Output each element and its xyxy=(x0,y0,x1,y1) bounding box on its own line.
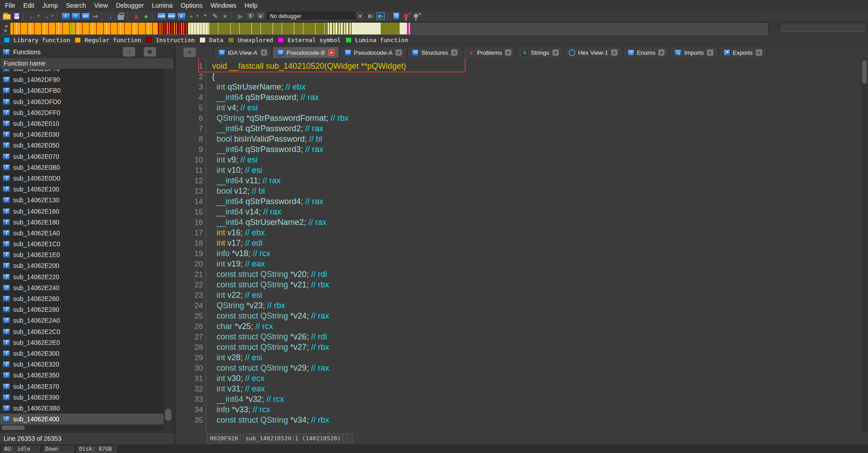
jump-segment-icon[interactable]: 101 xyxy=(81,13,90,20)
breadcrumb-address[interactable]: 0020F920 xyxy=(207,434,241,443)
jump-name-icon[interactable]: T xyxy=(71,13,80,20)
code-line[interactable]: 31 int v30; // ecx xyxy=(175,373,859,384)
tab-enums[interactable]: Enums× xyxy=(623,47,669,58)
code-line[interactable]: 7 __int64 qStrPassword2; // rax xyxy=(175,124,859,134)
add-item-icon[interactable]: + xyxy=(187,12,196,21)
function-list-item[interactable]: fsub_14062E130 xyxy=(0,195,164,205)
code-line[interactable]: 1void __fastcall sub_140210520(QWidget *… xyxy=(175,61,859,72)
debugger-select-value[interactable]: No debugger xyxy=(267,12,355,20)
tab-close-icon[interactable]: × xyxy=(328,49,335,56)
code-scrollbar-thumb[interactable] xyxy=(862,60,867,84)
jump-function-icon[interactable]: ⇒ xyxy=(91,12,100,21)
navigation-band[interactable]: ◀ ▶ xyxy=(1,22,769,35)
pseudocode-view[interactable]: 1void __fastcall sub_140210520(QWidget *… xyxy=(175,58,868,444)
tab-strings[interactable]: SStrings× xyxy=(517,47,563,58)
function-list-item[interactable]: fsub_14062E2C0 xyxy=(0,326,164,337)
vertical-scrollbar-thumb[interactable] xyxy=(165,409,171,421)
menu-item-help[interactable]: Help xyxy=(241,1,262,10)
code-vertical-scrollbar[interactable] xyxy=(861,59,868,433)
function-list-item[interactable]: fsub_14062E390 xyxy=(0,392,164,403)
make-string-icon[interactable]: A xyxy=(177,13,186,20)
add-bookmark-icon[interactable]: + xyxy=(401,12,410,21)
function-list-item[interactable]: fsub_14062E0D0 xyxy=(0,173,164,184)
menu-item-debugger[interactable]: Debugger xyxy=(112,1,148,10)
tab-structures[interactable]: Structures× xyxy=(407,47,462,58)
function-name-column-header[interactable]: Function name xyxy=(0,57,174,69)
code-line[interactable]: 30 const struct QString *v29; // rax xyxy=(175,363,859,373)
navband-segment-5[interactable] xyxy=(209,23,326,34)
code-line[interactable]: 24 QString *v23; // rbx xyxy=(175,300,859,311)
code-line[interactable]: 28 const struct QString *v27; // rbx xyxy=(175,342,859,353)
tab-close-icon[interactable]: × xyxy=(756,49,762,56)
function-list-item[interactable]: fsub_14062E2E0 xyxy=(0,337,164,348)
notes-icon[interactable] xyxy=(392,12,401,21)
create-function-icon[interactable]: * xyxy=(201,12,210,21)
menu-item-lumina[interactable]: Lumina xyxy=(148,1,177,10)
code-line[interactable]: 16 __int64 qStrUserName2; // rax xyxy=(175,217,859,228)
save-icon[interactable] xyxy=(12,12,21,21)
code-line[interactable]: 19 info *v18; // rcx xyxy=(175,248,859,259)
debug-stop-icon[interactable]: ■ xyxy=(256,12,265,21)
jump-name-icon[interactable]: T xyxy=(71,12,80,21)
jump-address-icon[interactable]: # xyxy=(61,13,70,20)
function-list-item[interactable]: fsub_14062E200 xyxy=(0,260,164,271)
navband-right-arrow-icon[interactable]: ▶ xyxy=(5,29,7,33)
jump-address-icon[interactable]: # xyxy=(61,12,70,21)
function-list-item[interactable]: fsub_14062DF90 xyxy=(0,74,164,85)
code-line[interactable]: 34 info *v33; // rcx xyxy=(175,405,859,415)
autoanalysis-status-icon[interactable]: ● xyxy=(142,12,151,21)
tab-close-icon[interactable]: × xyxy=(505,49,511,56)
code-line[interactable]: 5 int v4; // esi xyxy=(175,103,859,113)
function-list-item[interactable]: fsub_14062E300 xyxy=(0,348,164,359)
open-file-icon[interactable] xyxy=(2,12,11,21)
code-line[interactable]: 17 int v16; // ebx xyxy=(175,228,859,238)
tab-close-icon[interactable]: × xyxy=(611,49,618,56)
breadcrumb-location[interactable]: sub_140210520:1 (140210520) xyxy=(243,434,344,443)
tab-close-icon[interactable]: × xyxy=(261,49,267,56)
function-list-item[interactable]: fsub_14062E050 xyxy=(0,140,164,151)
function-list-item[interactable]: fsub_14062E400 xyxy=(0,414,164,424)
code-line[interactable]: 35 const struct QString *v34; // rbx xyxy=(175,415,859,425)
tab-exports[interactable]: ↗Exports× xyxy=(719,47,767,58)
undefine-icon[interactable]: × xyxy=(221,12,230,21)
navband-left-arrow-icon[interactable]: ◀ xyxy=(5,24,7,29)
code-line[interactable]: 18 int v17; // edi xyxy=(175,238,859,248)
code-line[interactable]: 29 int v28; // esi xyxy=(175,353,859,363)
tab-pseudocode-b[interactable]: Pseudocode-B× xyxy=(273,47,339,58)
function-list-item[interactable]: fsub_14062E2A0 xyxy=(0,315,164,326)
function-list-item[interactable]: fsub_14062E240 xyxy=(0,282,164,293)
delete-bookmark-icon[interactable]: × xyxy=(411,12,420,21)
navband-segment-2[interactable] xyxy=(72,23,158,34)
panel-maximize-button[interactable]: □ xyxy=(123,47,135,57)
navband-segment-7[interactable] xyxy=(353,23,381,34)
function-list-item[interactable]: fsub_14062E1E0 xyxy=(0,249,164,260)
horizontal-scrollbar-thumb[interactable] xyxy=(1,425,25,430)
lock-icon[interactable] xyxy=(116,12,125,21)
menu-item-jump[interactable]: Jump xyxy=(38,1,62,10)
code-line[interactable]: 20 int v19; // eax xyxy=(175,259,859,269)
problems-warning-icon[interactable]: ▲ xyxy=(132,12,141,21)
function-list-item[interactable]: fsub_14062DFD0 xyxy=(0,96,164,107)
navband-segment-3[interactable] xyxy=(158,23,188,34)
code-line[interactable]: 3 int qStrUserName; // ebx xyxy=(175,82,859,92)
jump-segment-icon[interactable]: 101 xyxy=(81,12,90,21)
menu-item-search[interactable]: Search xyxy=(62,1,90,10)
code-line[interactable]: 11 int v10; // esi xyxy=(175,165,859,176)
function-list-item[interactable]: fsub_14062E3B0 xyxy=(0,403,164,414)
navigate-forward-dropdown[interactable]: ▾ xyxy=(50,12,55,21)
function-list-item[interactable]: fsub_14062E160 xyxy=(0,205,164,216)
function-list-item[interactable]: fsub_14062E100 xyxy=(0,184,164,195)
tab-close-icon[interactable]: × xyxy=(451,49,458,56)
panel-restore-button[interactable]: ⧉ xyxy=(144,47,156,57)
code-line[interactable]: 4 __int64 qStrPassword; // rax xyxy=(175,92,859,103)
make-data-icon[interactable]: data xyxy=(167,12,176,21)
tab-close-icon[interactable]: × xyxy=(396,49,402,56)
navigate-forward-icon[interactable]: → xyxy=(42,12,51,21)
debug-pause-icon[interactable]: Ⅱ xyxy=(246,12,255,21)
navband-segment-4[interactable] xyxy=(188,23,209,34)
function-list-horizontal-scrollbar[interactable] xyxy=(0,424,164,431)
navband-segment-9[interactable] xyxy=(400,23,407,34)
code-line[interactable]: 22 const struct QString *v21; // rbx xyxy=(175,280,859,290)
tab-close-icon[interactable]: × xyxy=(552,49,559,56)
tab-pseudocode-a[interactable]: Pseudocode-A× xyxy=(340,47,406,58)
